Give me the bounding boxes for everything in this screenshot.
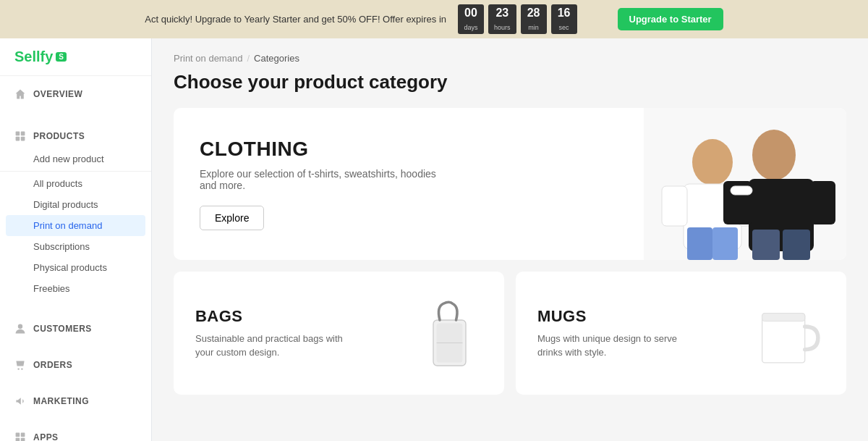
grid-icon <box>14 432 26 441</box>
sidebar-item-digital[interactable]: Digital products <box>0 194 151 215</box>
main-content: Print on demand / Categories Choose your… <box>152 38 868 441</box>
category-card-bags: BAGS Sustainable and practical bags with… <box>174 272 504 395</box>
breadcrumb-current: Categories <box>254 53 299 64</box>
sec-box: 16 sec <box>551 4 577 34</box>
box-icon <box>14 130 26 142</box>
svg-rect-31 <box>762 314 805 322</box>
sidebar-item-subscriptions[interactable]: Subscriptions <box>0 236 151 257</box>
svg-point-5 <box>17 369 19 370</box>
category-card-mugs: MUGS Mugs with unique design to serve dr… <box>516 272 846 395</box>
svg-rect-2 <box>16 137 20 141</box>
svg-rect-1 <box>21 132 25 136</box>
svg-point-20 <box>752 130 796 180</box>
sidebar-label-products: PRODUCTS <box>33 131 85 141</box>
bags-image <box>410 293 482 373</box>
svg-rect-24 <box>752 230 780 260</box>
sidebar-label-marketing: MARKETING <box>33 396 89 406</box>
sidebar-item-marketing[interactable]: MARKETING <box>0 389 151 413</box>
sidebar-item-customers[interactable]: CUSTOMERS <box>0 316 151 341</box>
bag-illustration <box>414 290 479 377</box>
svg-point-14 <box>692 139 733 185</box>
logo-badge: S <box>56 52 67 62</box>
hours-label: hours <box>494 24 511 31</box>
bags-text: BAGS Sustainable and practical bags with… <box>195 307 354 360</box>
svg-rect-23 <box>810 181 835 224</box>
sec-value: 16 <box>557 6 571 20</box>
days-box: 00 days <box>458 4 484 34</box>
megaphone-icon <box>14 395 26 407</box>
bags-desc: Sustainable and practical bags with your… <box>195 332 354 360</box>
small-cards-grid: BAGS Sustainable and practical bags with… <box>174 272 846 395</box>
svg-rect-7 <box>16 433 20 437</box>
sidebar-item-add-product[interactable]: Add new product <box>0 148 151 169</box>
sidebar-item-orders[interactable]: ORDERS <box>0 353 151 377</box>
svg-rect-9 <box>16 438 20 441</box>
clothing-title: CLOTHING <box>200 138 618 161</box>
home-icon <box>14 88 26 100</box>
cart-icon <box>14 359 26 371</box>
upgrade-banner: Act quickly! Upgrade to Yearly Starter a… <box>0 0 868 38</box>
breadcrumb: Print on demand / Categories <box>174 53 846 64</box>
sidebar-item-overview[interactable]: OVERVIEW <box>0 82 151 106</box>
hours-box: 23 hours <box>488 4 516 34</box>
min-label: min <box>528 24 539 31</box>
svg-point-4 <box>18 324 22 329</box>
sidebar-label-customers: CUSTOMERS <box>33 324 92 334</box>
svg-rect-8 <box>21 433 25 437</box>
clothing-card-content: CLOTHING Explore our selection of t-shir… <box>174 108 644 260</box>
svg-rect-18 <box>687 227 712 260</box>
bags-title: BAGS <box>195 307 354 326</box>
svg-rect-19 <box>712 227 738 260</box>
sidebar-label-overview: OVERVIEW <box>33 89 82 99</box>
breadcrumb-separator: / <box>247 53 250 64</box>
breadcrumb-parent[interactable]: Print on demand <box>174 53 242 64</box>
upgrade-button[interactable]: Upgrade to Starter <box>618 8 723 30</box>
logo[interactable]: Sellfy S <box>0 38 151 76</box>
mugs-text: MUGS Mugs with unique design to serve dr… <box>537 307 697 360</box>
mug-illustration <box>752 293 825 373</box>
clothing-image <box>644 108 846 260</box>
sidebar-item-products[interactable]: PRODUCTS <box>0 124 151 148</box>
sidebar-item-print-on-demand[interactable]: Print on demand <box>6 215 145 236</box>
min-box: 28 min <box>521 4 547 34</box>
svg-rect-16 <box>662 186 687 226</box>
hours-value: 23 <box>494 6 511 20</box>
clothing-illustration <box>644 108 846 260</box>
svg-rect-25 <box>783 230 810 260</box>
page-title: Choose your product category <box>174 71 846 93</box>
clothing-desc: Explore our selection of t-shirts, sweat… <box>200 168 446 191</box>
sidebar-item-physical[interactable]: Physical products <box>0 257 151 278</box>
sidebar-item-apps[interactable]: APPS <box>0 425 151 441</box>
person-icon <box>14 323 26 335</box>
sidebar-label-apps: APPS <box>33 432 59 441</box>
min-value: 28 <box>527 6 541 20</box>
sidebar: Sellfy S OVERVIEW PRODUCTS Add new produ… <box>0 38 152 441</box>
mugs-image <box>752 293 825 373</box>
svg-rect-3 <box>21 137 25 141</box>
svg-rect-0 <box>16 132 20 136</box>
svg-rect-26 <box>731 186 752 195</box>
svg-point-6 <box>21 369 22 370</box>
sidebar-item-freebies[interactable]: Freebies <box>0 278 151 299</box>
mugs-title: MUGS <box>537 307 697 326</box>
banner-text: Act quickly! Upgrade to Yearly Starter a… <box>145 14 446 25</box>
svg-rect-10 <box>21 438 25 441</box>
days-value: 00 <box>464 6 478 20</box>
logo-text: Sellfy <box>14 49 53 65</box>
countdown-timer: 00 days 23 hours 28 min 16 sec <box>458 4 577 34</box>
days-label: days <box>464 24 478 31</box>
clothing-explore-button[interactable]: Explore <box>200 206 264 230</box>
sec-label: sec <box>559 24 569 31</box>
sidebar-label-orders: ORDERS <box>33 360 72 370</box>
sidebar-item-all-products[interactable]: All products <box>0 173 151 194</box>
mugs-desc: Mugs with unique design to serve drinks … <box>537 332 697 360</box>
category-card-clothing: CLOTHING Explore our selection of t-shir… <box>174 108 846 260</box>
